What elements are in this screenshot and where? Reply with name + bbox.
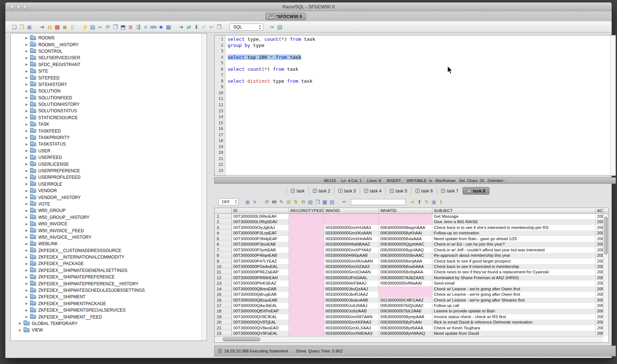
table-cell[interactable]: 0033000000GmXPYAA3 xyxy=(324,247,379,253)
disclosure-triangle-icon[interactable]: ▶ xyxy=(25,70,29,73)
table-cell[interactable]: 006300000058ympAAA xyxy=(379,314,432,320)
table-cell[interactable]: Get Massage xyxy=(432,214,596,219)
tree-item[interactable]: ▶USERPREFERENCE xyxy=(11,168,207,174)
tree-item[interactable]: ▶VIEW xyxy=(11,327,207,333)
table-cell[interactable]: 200 xyxy=(596,269,604,275)
tree-item[interactable]: ▶USER xyxy=(11,148,207,154)
code-line[interactable] xyxy=(228,162,610,168)
table-cell[interactable]: 00T3000000P47LYEAZ xyxy=(232,259,289,264)
table-cell[interactable]: Check back in to see if she's interested… xyxy=(432,225,596,230)
disclosure-triangle-icon[interactable]: ▶ xyxy=(25,189,29,192)
preview-icon[interactable]: ✑ xyxy=(268,23,276,31)
table-vertical-scrollbar[interactable] xyxy=(603,214,608,336)
tree-item[interactable]: ▶VENDOR__HISTORY xyxy=(11,194,207,200)
disclosure-triangle-icon[interactable]: ▶ xyxy=(25,49,29,53)
title-bar[interactable]: RazorSQL - SFDCW50 II xyxy=(5,3,612,11)
close-tab-icon[interactable]: ✕ xyxy=(415,189,419,193)
table-cell[interactable]: 0033000000GmXM7AAN xyxy=(324,314,379,320)
table-cell[interactable]: 0033000000GmXIZAA3 xyxy=(324,264,379,269)
code-line[interactable] xyxy=(228,138,610,144)
table-cell[interactable] xyxy=(289,236,324,242)
tree-item[interactable]: ▶W50_GROUP__HISTORY xyxy=(11,214,207,221)
close-tab-icon[interactable]: ✕ xyxy=(338,189,342,193)
result-tab-task-3[interactable]: ✕task 3 xyxy=(335,187,360,195)
history-doc-icon[interactable]: ❐ xyxy=(215,23,223,31)
tree-item[interactable]: ▶ZKFEDEX__SHIPMATEPREFERENCE__HISTORY xyxy=(11,280,207,287)
disclosure-triangle-icon[interactable]: ▶ xyxy=(25,96,29,99)
table-cell[interactable]: 006300000058yPzAAI xyxy=(379,320,432,325)
table-cell[interactable]: 00T3000000Q8rexEAB xyxy=(232,286,289,292)
code-line[interactable]: group by type xyxy=(228,43,610,49)
save-grid-icon[interactable]: ▣ xyxy=(430,198,437,205)
tree-item[interactable]: ▶VOTE xyxy=(11,201,207,207)
tree-item[interactable]: ▶W50_INVOICE__FEED xyxy=(11,227,207,234)
auto-commit-icon[interactable]: ⚡ xyxy=(81,23,89,31)
table-cell[interactable]: 200 xyxy=(596,281,604,286)
table-cell[interactable]: 200 xyxy=(596,298,604,303)
code-line[interactable]: select type, count(*) from task xyxy=(228,36,610,43)
table-cell[interactable]: Check back to see if interested in membe… xyxy=(432,264,596,269)
sort-icon[interactable]: ⇅ xyxy=(292,198,299,205)
table-cell[interactable]: 00T3000000L0RqSEAV xyxy=(232,219,289,225)
table-row[interactable]: 1700T3000000QAeJbEAL0033000000Ju9J9AAJ00… xyxy=(215,303,608,308)
disclosure-triangle-icon[interactable]: ▶ xyxy=(25,162,29,166)
disclosure-triangle-icon[interactable]: ▶ xyxy=(25,83,29,86)
table-cell[interactable]: Check-in w/ Ed - can he join this year? xyxy=(432,242,596,247)
table-cell[interactable]: Give Jenn a BIG RAISE xyxy=(432,219,596,225)
table-cell[interactable] xyxy=(379,286,432,292)
table-cell[interactable]: 00T3000000OiyJgEAJ xyxy=(232,225,289,230)
table-cell[interactable]: 0033000000JbvQzAAJ xyxy=(324,286,379,292)
primary-key-icon[interactable]: ✒ xyxy=(341,198,348,205)
code-line[interactable] xyxy=(228,144,610,150)
table-cell[interactable]: 0033000000JbvRJAAZ xyxy=(324,292,379,297)
table-row[interactable]: 1900T3000000QV8CfEAL0033000000GmXM7AAN00… xyxy=(215,314,608,320)
table-cell[interactable]: 00T3000000QAeJbEAL xyxy=(232,303,289,308)
table-cell[interactable]: 200 xyxy=(596,303,604,308)
table-cell[interactable]: 00T3000000POeAnEAL xyxy=(232,264,289,269)
check-syntax-icon[interactable]: ✓ xyxy=(200,23,208,31)
disclosure-triangle-icon[interactable]: ▶ xyxy=(25,182,29,186)
code-line[interactable] xyxy=(228,96,610,102)
table-cell[interactable]: 00T3000000PRR8rEAH xyxy=(232,275,289,281)
tree-item[interactable]: ▶SOLUTIONFEED xyxy=(11,95,207,101)
disclosure-triangle-icon[interactable]: ▶ xyxy=(25,90,29,93)
table-cell[interactable] xyxy=(289,219,324,225)
disclosure-triangle-icon[interactable]: ▶ xyxy=(25,216,29,219)
table-cell[interactable] xyxy=(289,259,324,264)
code-line[interactable] xyxy=(228,114,610,120)
results-search-input[interactable] xyxy=(351,199,406,205)
reload-table-icon[interactable]: ⟲ xyxy=(299,198,307,205)
copy-special-icon[interactable]: ▨ xyxy=(328,198,336,205)
code-line[interactable] xyxy=(228,108,610,114)
tree-item[interactable]: ▶ZKFEDEX__SHIPMATESCHEDULEDJOBSSETTINGS xyxy=(11,287,207,294)
tree-item[interactable]: ▶ROOMS__HISTORY xyxy=(11,41,207,48)
column-header-subject[interactable]: SUBJECT xyxy=(432,208,596,213)
table-cell[interactable] xyxy=(289,247,324,253)
table-cell[interactable]: 200 xyxy=(596,275,604,281)
sql-code-area[interactable]: select type, count(*) from taskgroup by … xyxy=(226,35,610,176)
column-header-whatid[interactable]: WHATID xyxy=(379,208,432,213)
table-cell[interactable]: Need update from Bain - gave go ahead 1/… xyxy=(432,236,596,242)
results-list-icon[interactable]: ▤ xyxy=(276,23,284,31)
save-icon[interactable]: ▣ xyxy=(26,23,33,31)
table-cell[interactable]: 00630000005xfWaAAI xyxy=(379,281,432,286)
table-cell[interactable]: 006300000058x9qAAA xyxy=(379,269,432,275)
column-header-whoid[interactable]: WHOID xyxy=(324,208,379,213)
table-cell[interactable]: 00630000005QgzhAAC xyxy=(379,242,432,247)
code-line[interactable] xyxy=(228,72,610,78)
table-cell[interactable]: Check-in w/ Jeff - couldn't afford last … xyxy=(432,247,596,253)
table-row[interactable]: 100T3000000L0RknEAFGet Massage200 xyxy=(215,214,608,219)
table-cell[interactable]: 00T3000000QV8wsEAD xyxy=(232,325,289,331)
table-cell[interactable]: Check nexis to see if they've found a re… xyxy=(432,269,596,275)
execute-query-icon[interactable]: ▤ xyxy=(89,23,96,31)
table-cell[interactable]: 00T3000000PREZaEAP xyxy=(232,269,289,275)
explain-plan-icon[interactable]: ❐ xyxy=(112,23,119,31)
tree-item[interactable]: ▶STATICRESOURCE xyxy=(11,114,207,121)
disclosure-triangle-icon[interactable]: ▶ xyxy=(25,222,29,226)
close-tab-icon[interactable]: ✕ xyxy=(269,14,274,19)
table-cell[interactable]: 006300000058yd5AAA xyxy=(379,325,432,331)
disclosure-triangle-icon[interactable]: ▶ xyxy=(25,202,29,205)
table-cell[interactable] xyxy=(324,219,379,225)
table-cell[interactable] xyxy=(324,214,379,219)
table-cell[interactable] xyxy=(289,281,324,286)
